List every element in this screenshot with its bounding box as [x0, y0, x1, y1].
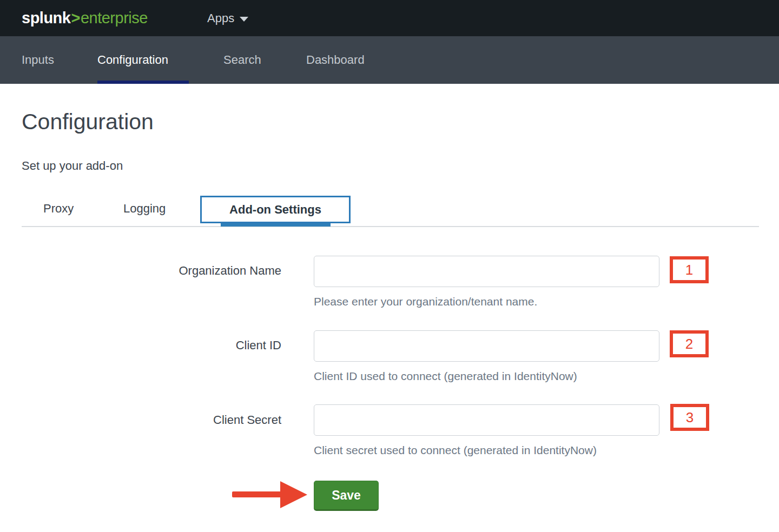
- save-button[interactable]: Save: [314, 481, 379, 511]
- annotation-arrow-icon: [232, 491, 283, 497]
- nav-tab-label: Configuration: [97, 53, 168, 67]
- annotation-arrow-head-icon: [280, 481, 307, 508]
- client-id-input[interactable]: [314, 330, 659, 362]
- logo-chevron: >: [71, 9, 80, 27]
- annotation-badge-2: 2: [670, 330, 709, 357]
- tab-proxy[interactable]: Proxy: [43, 202, 74, 216]
- apps-dropdown-label: Apps: [207, 11, 234, 25]
- client-id-help: Client ID used to connect (generated in …: [314, 370, 577, 383]
- client-id-label: Client ID: [22, 338, 281, 353]
- apps-dropdown[interactable]: Apps: [207, 0, 248, 36]
- splunk-logo[interactable]: splunk>enterprise: [22, 0, 148, 36]
- nav-active-underline: [97, 81, 189, 84]
- logo-product-text: enterprise: [81, 9, 148, 27]
- tabs-divider: [22, 226, 759, 227]
- topbar: splunk>enterprise Apps: [0, 0, 779, 36]
- configuration-page: splunk>enterprise Apps Inputs Configurat…: [0, 0, 779, 532]
- annotation-badge-1: 1: [670, 256, 709, 283]
- annotation-number: 3: [686, 409, 694, 426]
- page-title: Configuration: [22, 109, 154, 135]
- page-subtitle: Set up your add-on: [22, 159, 123, 173]
- annotation-number: 2: [685, 336, 693, 353]
- annotation-number: 1: [685, 262, 693, 278]
- nav-tab-dashboard[interactable]: Dashboard: [306, 36, 365, 84]
- tab-addon-settings[interactable]: Add-on Settings: [200, 196, 351, 223]
- nav-tab-label: Search: [223, 53, 261, 67]
- annotation-badge-3: 3: [670, 404, 709, 431]
- organization-name-input[interactable]: [314, 256, 659, 287]
- nav-tab-inputs[interactable]: Inputs: [22, 36, 54, 84]
- organization-name-help: Please enter your organization/tenant na…: [314, 295, 537, 308]
- chevron-down-icon: [240, 17, 248, 22]
- tab-logging[interactable]: Logging: [123, 202, 166, 216]
- organization-name-label: Organization Name: [22, 264, 281, 278]
- app-navbar: Inputs Configuration Search Dashboard: [0, 36, 779, 84]
- nav-tab-label: Inputs: [22, 53, 54, 67]
- nav-tab-configuration[interactable]: Configuration: [97, 36, 168, 84]
- client-secret-label: Client Secret: [22, 413, 281, 427]
- nav-tab-search[interactable]: Search: [223, 36, 261, 84]
- client-secret-help: Client secret used to connect (generated…: [314, 444, 597, 457]
- logo-brand-text: splunk: [22, 9, 70, 27]
- nav-tab-label: Dashboard: [306, 53, 365, 67]
- client-secret-input[interactable]: [314, 404, 659, 436]
